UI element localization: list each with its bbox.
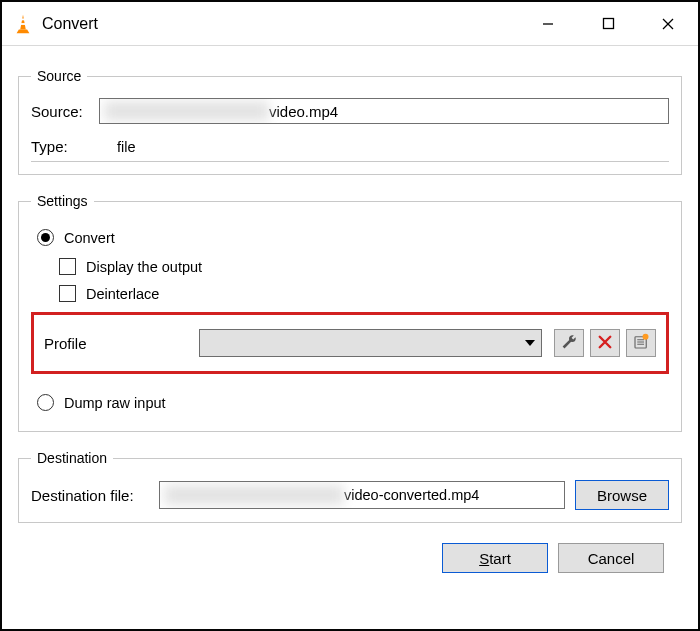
- x-icon: [596, 333, 614, 354]
- titlebar: Convert: [2, 2, 698, 46]
- wrench-icon: [560, 333, 578, 354]
- maximize-button[interactable]: [578, 2, 638, 45]
- destination-legend: Destination: [31, 450, 113, 466]
- dump-raw-label: Dump raw input: [64, 395, 166, 411]
- display-output-checkbox[interactable]: Display the output: [59, 258, 669, 275]
- source-type-label: Type:: [31, 138, 99, 155]
- settings-legend: Settings: [31, 193, 94, 209]
- close-button[interactable]: [638, 2, 698, 45]
- profile-dropdown[interactable]: [199, 329, 542, 357]
- checkbox-icon: [59, 258, 76, 275]
- source-path-field[interactable]: video.mp4: [99, 98, 669, 124]
- radio-icon: [37, 229, 54, 246]
- start-button-label: Start: [479, 550, 511, 567]
- display-output-label: Display the output: [86, 259, 202, 275]
- source-legend: Source: [31, 68, 87, 84]
- delete-profile-button[interactable]: [590, 329, 620, 357]
- source-group: Source Source: video.mp4 Type: file: [18, 68, 682, 175]
- deinterlace-checkbox[interactable]: Deinterlace: [59, 285, 669, 302]
- svg-point-12: [643, 333, 649, 339]
- chevron-down-icon: [525, 340, 535, 346]
- source-type-value: file: [117, 139, 136, 155]
- cancel-button-label: Cancel: [588, 550, 635, 567]
- source-path-value: video.mp4: [269, 103, 338, 120]
- radio-icon: [37, 394, 54, 411]
- destination-file-field[interactable]: video-converted.mp4: [159, 481, 565, 509]
- profile-highlight-box: Profile: [31, 312, 669, 374]
- destination-file-label: Destination file:: [31, 487, 159, 504]
- checkbox-icon: [59, 285, 76, 302]
- dump-raw-radio[interactable]: Dump raw input: [37, 394, 669, 411]
- cancel-button[interactable]: Cancel: [558, 543, 664, 573]
- browse-button[interactable]: Browse: [575, 480, 669, 510]
- source-path-label: Source:: [31, 103, 99, 120]
- browse-button-label: Browse: [597, 487, 647, 504]
- svg-rect-2: [21, 23, 26, 25]
- destination-group: Destination Destination file: video-conv…: [18, 450, 682, 523]
- svg-marker-0: [20, 14, 26, 29]
- start-button[interactable]: Start: [442, 543, 548, 573]
- window-title: Convert: [42, 15, 518, 33]
- svg-rect-1: [21, 18, 24, 20]
- destination-file-value: video-converted.mp4: [344, 487, 479, 503]
- svg-marker-3: [17, 29, 30, 33]
- settings-group: Settings Convert Display the output Dein…: [18, 193, 682, 432]
- convert-radio[interactable]: Convert: [37, 229, 669, 246]
- deinterlace-label: Deinterlace: [86, 286, 159, 302]
- minimize-button[interactable]: [518, 2, 578, 45]
- dialog-footer: Start Cancel: [18, 541, 682, 573]
- convert-radio-label: Convert: [64, 230, 115, 246]
- new-profile-icon: [632, 333, 650, 354]
- vlc-cone-icon: [12, 13, 34, 35]
- new-profile-button[interactable]: [626, 329, 656, 357]
- edit-profile-button[interactable]: [554, 329, 584, 357]
- profile-label: Profile: [44, 335, 199, 352]
- svg-rect-5: [603, 19, 613, 29]
